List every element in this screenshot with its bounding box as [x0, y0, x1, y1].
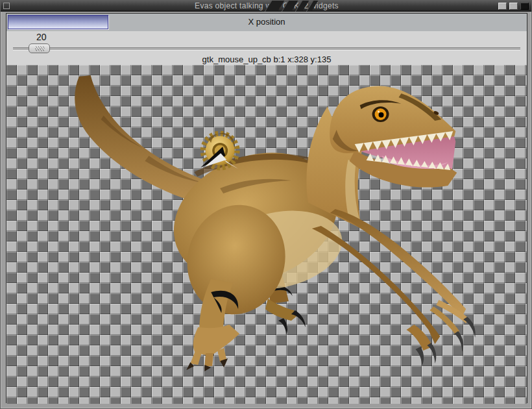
velociraptor-image: [6, 65, 527, 404]
window-buttons: [498, 3, 529, 10]
grip-icon: [35, 46, 45, 51]
control-row: X position: [6, 14, 527, 31]
window-frame[interactable]: Evas object talking with GTK+2 widgets X…: [0, 0, 532, 409]
slider-track[interactable]: [13, 47, 520, 51]
scale-value: 20: [36, 32, 47, 42]
slider-handle[interactable]: [29, 43, 50, 53]
client-area: X position 20 gtk_mouse_up_cb b:1 x:328 …: [6, 13, 527, 403]
titlebar[interactable]: Evas object talking with GTK+2 widgets: [1, 1, 532, 12]
scale-value-row: 20: [6, 31, 527, 43]
hscale: [6, 43, 527, 55]
titlebar-stripes: [268, 1, 315, 12]
iconify-button[interactable]: [498, 3, 507, 10]
maximize-button[interactable]: [509, 3, 518, 10]
evas-canvas[interactable]: [6, 65, 527, 404]
status-text: gtk_mouse_up_cb b:1 x:328 y:135: [6, 55, 527, 65]
close-button[interactable]: [520, 3, 529, 10]
axis-label: X position: [6, 14, 527, 31]
